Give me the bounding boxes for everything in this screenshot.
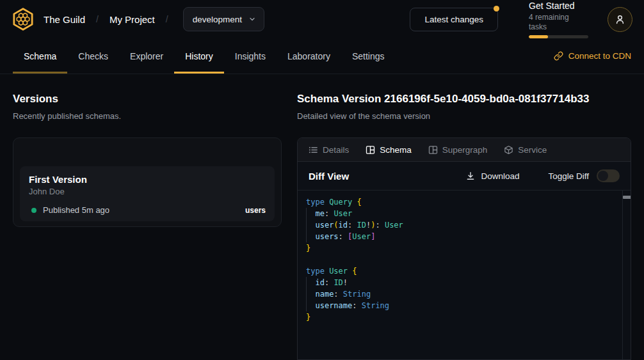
version-detail-card: Details Schema Supergraph (297, 137, 631, 360)
panels-icon (428, 145, 438, 155)
version-author: John Doe (29, 187, 266, 197)
avatar[interactable] (608, 7, 632, 32)
list-icon (309, 145, 318, 155)
versions-list: First Version John Doe Published 5m ago … (13, 137, 282, 227)
switch-knob (598, 171, 608, 181)
published-status-text: Published 5m ago (43, 205, 109, 215)
toggle-diff-switch[interactable] (597, 169, 620, 182)
get-started-progress-track (529, 35, 588, 38)
primary-nav: Schema Checks Explorer History Insights … (0, 38, 644, 74)
download-icon (466, 171, 475, 180)
tab-checks[interactable]: Checks (67, 38, 119, 74)
chevron-down-icon (248, 15, 256, 23)
latest-changes-button[interactable]: Latest changes (410, 8, 498, 31)
detail-tab-label: Supergraph (442, 145, 488, 155)
version-detail-subtitle: Detailed view of the schema version (297, 111, 631, 122)
link-icon (554, 51, 563, 61)
hive-logo-icon[interactable] (10, 6, 36, 32)
detail-tab-service[interactable]: Service (504, 145, 547, 155)
breadcrumb-org[interactable]: The Guild (44, 14, 85, 25)
tab-laboratory[interactable]: Laboratory (277, 38, 341, 74)
versions-title: Versions (13, 92, 282, 106)
get-started-subtitle: 4 remaining tasks (529, 13, 588, 32)
detail-tab-label: Details (323, 145, 349, 155)
version-name: First Version (29, 173, 266, 185)
tab-history[interactable]: History (174, 38, 224, 74)
detail-tabs: Details Schema Supergraph (298, 138, 631, 162)
toggle-diff-label: Toggle Diff (548, 171, 589, 181)
scrollbar-thumb[interactable] (623, 196, 631, 199)
tab-insights[interactable]: Insights (224, 38, 277, 74)
connect-cdn-label: Connect to CDN (568, 51, 631, 61)
version-list-item[interactable]: First Version John Doe Published 5m ago … (20, 166, 275, 221)
service-badge: users (245, 206, 266, 215)
get-started-title: Get Started (529, 1, 588, 12)
breadcrumb-project[interactable]: My Project (109, 14, 155, 25)
notification-dot (494, 6, 499, 12)
app-header: The Guild / My Project / development Lat… (0, 0, 644, 38)
tab-schema[interactable]: Schema (13, 38, 67, 74)
download-button[interactable]: Download (466, 171, 519, 181)
main-content: Versions Recently published schemas. Fir… (0, 74, 644, 360)
get-started-widget[interactable]: Get Started 4 remaining tasks (529, 1, 588, 38)
tab-settings[interactable]: Settings (341, 38, 396, 74)
editor-scrollbar[interactable] (622, 191, 631, 359)
connect-cdn-link[interactable]: Connect to CDN (554, 38, 631, 74)
download-label: Download (481, 171, 519, 181)
version-detail-panel: Schema Version 2166196f-5e10-4059-bd0a-0… (297, 92, 631, 360)
breadcrumb-separator: / (96, 14, 99, 24)
diff-view-title: Diff View (309, 171, 349, 182)
target-selector-value: development (193, 15, 242, 24)
cube-icon (504, 145, 513, 155)
detail-tab-details[interactable]: Details (309, 145, 349, 155)
code-content: type Query { me: User user(id: ID!): Use… (298, 191, 631, 323)
detail-tab-label: Schema (380, 145, 412, 155)
versions-panel: Versions Recently published schemas. Fir… (13, 92, 282, 360)
version-detail-title: Schema Version 2166196f-5e10-4059-bd0a-0… (297, 92, 631, 106)
detail-tab-label: Service (518, 145, 547, 155)
schema-code-editor[interactable]: type Query { me: User user(id: ID!): Use… (298, 191, 631, 359)
panels-icon (366, 145, 375, 155)
breadcrumb-separator: / (166, 14, 168, 24)
published-status-dot (31, 208, 36, 213)
user-icon (615, 14, 625, 25)
tab-explorer[interactable]: Explorer (119, 38, 174, 74)
target-selector[interactable]: development (183, 7, 264, 31)
diff-view-toolbar: Diff View Download Toggle Diff (298, 162, 631, 191)
detail-tab-schema[interactable]: Schema (366, 145, 412, 155)
detail-tab-supergraph[interactable]: Supergraph (428, 145, 488, 155)
versions-subtitle: Recently published schemas. (13, 111, 282, 122)
breadcrumb: The Guild / My Project / development (44, 7, 264, 31)
progress-fill (529, 35, 548, 38)
latest-changes-label: Latest changes (424, 15, 483, 24)
hive-logo-svg (10, 6, 36, 32)
